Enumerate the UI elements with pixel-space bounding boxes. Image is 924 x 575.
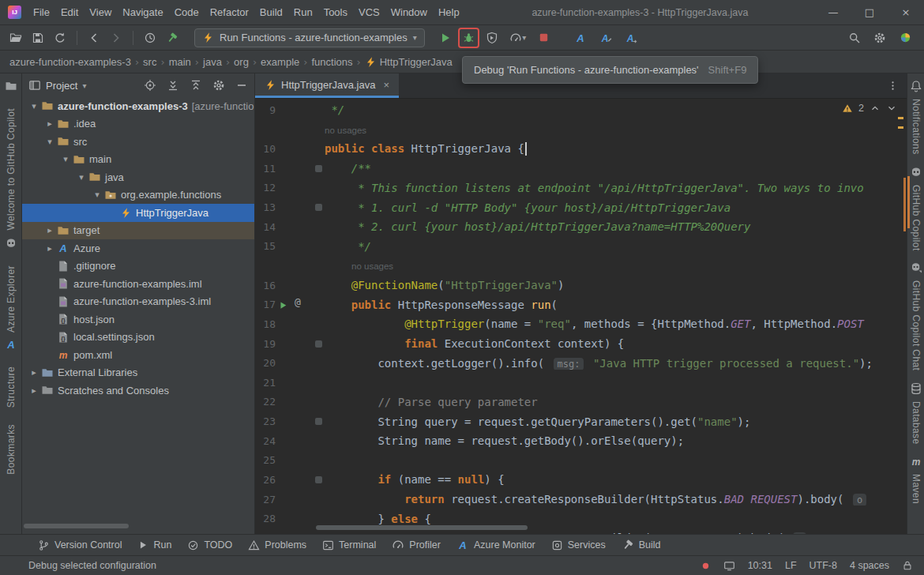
code-line[interactable]: 20 context.getLogger().info( msg: "Java … xyxy=(255,353,907,373)
code-line[interactable]: 21 xyxy=(255,373,907,393)
line-number[interactable]: 13 xyxy=(255,201,276,213)
breadcrumb-azure-function-examples-3[interactable]: azure-function-examples-3 xyxy=(9,56,131,68)
line-number[interactable]: 25 xyxy=(255,454,276,466)
menu-tools[interactable]: Tools xyxy=(318,0,353,25)
line-number[interactable]: 18 xyxy=(255,318,276,330)
code-line[interactable]: 12 * This function listens at endpoint "… xyxy=(255,179,907,198)
menu-refactor[interactable]: Refactor xyxy=(205,0,254,25)
fold-marker-icon[interactable] xyxy=(315,204,322,211)
chevron-right-icon[interactable]: ▸ xyxy=(43,118,57,129)
open-button[interactable] xyxy=(6,28,25,47)
menu-code[interactable]: Code xyxy=(169,0,205,25)
close-tab-icon[interactable]: × xyxy=(383,79,389,91)
next-problem-button[interactable] xyxy=(886,103,897,114)
gutter[interactable] xyxy=(276,236,325,256)
chevron-down-icon[interactable]: ▾ xyxy=(43,137,57,147)
stripe-item-azure-explorer[interactable]: Azure ExplorerA xyxy=(5,265,17,351)
menu-build[interactable]: Build xyxy=(254,0,288,25)
line-number[interactable]: 22 xyxy=(255,396,276,408)
line-number[interactable]: 16 xyxy=(255,280,276,291)
chevron-down-icon[interactable]: ▾ xyxy=(82,81,86,90)
tree-item-org-example-functions[interactable]: ▾org.example.functions xyxy=(22,186,254,205)
gutter[interactable] xyxy=(276,314,325,334)
chevron-down-icon[interactable]: ▾ xyxy=(74,172,88,182)
menu-help[interactable]: Help xyxy=(433,0,465,25)
chevron-down-icon[interactable]: ▾ xyxy=(90,190,104,200)
line-number[interactable]: 9 xyxy=(255,104,276,116)
caret-position[interactable]: 10:31 xyxy=(748,560,772,571)
line-number[interactable]: 15 xyxy=(255,240,276,252)
gutter[interactable] xyxy=(276,100,325,120)
fold-marker-icon[interactable] xyxy=(315,340,322,348)
tree-item-external-libraries[interactable]: ▸External Libraries xyxy=(22,364,254,382)
chevron-down-icon[interactable]: ▾ xyxy=(58,154,73,164)
line-number[interactable]: 12 xyxy=(255,182,276,194)
code-line[interactable]: 27 return request.createResponseBuilder(… xyxy=(255,490,907,509)
line-ending[interactable]: LF xyxy=(785,560,797,571)
tree-item-azure-function-examples-3-iml[interactable]: azure-function-examples-3.iml xyxy=(22,293,254,311)
breadcrumb-src[interactable]: src xyxy=(143,56,156,68)
profiler-button[interactable]: ▾ xyxy=(505,28,531,47)
debug-button[interactable] xyxy=(460,30,476,46)
inspections-widget[interactable]: 2 xyxy=(842,103,897,114)
warning-stripe-mark[interactable] xyxy=(898,117,903,119)
tree-item-pom-xml[interactable]: mpom.xml xyxy=(22,346,254,364)
screen-icon[interactable] xyxy=(723,560,735,572)
code-line[interactable]: 23 String query = request.getQueryParame… xyxy=(255,412,907,431)
tree-item-scratches-and-consoles[interactable]: ▸Scratches and Consoles xyxy=(22,381,254,400)
code-line[interactable]: 22 // Parse query parameter xyxy=(255,393,907,412)
code-line[interactable]: 13 * 1. curl -d "HTTP Body" {your host}/… xyxy=(255,197,907,217)
menu-run[interactable]: Run xyxy=(288,0,318,25)
chevron-right-icon[interactable]: ▸ xyxy=(43,243,57,254)
code-line[interactable]: 16 @FunctionName("HttpTriggerJava") xyxy=(255,276,907,295)
gutter[interactable]: @ xyxy=(276,295,325,314)
select-opened-file-button[interactable] xyxy=(144,79,156,92)
stripe-item-notifications[interactable]: Notifications xyxy=(910,80,922,155)
tree-item-azure[interactable]: ▸AAzure xyxy=(22,239,254,257)
stripe-item-bookmarks[interactable]: Bookmarks xyxy=(6,424,17,475)
run-configuration-select[interactable]: Run Functions - azure-function-examples … xyxy=(194,28,425,47)
stripe-item-database[interactable]: Database xyxy=(910,382,922,445)
hide-panel-button[interactable] xyxy=(235,79,248,92)
gutter[interactable] xyxy=(276,373,325,393)
gutter[interactable] xyxy=(276,197,325,217)
code-line[interactable]: 18 @HttpTrigger(name = "req", methods = … xyxy=(255,314,907,334)
chevron-down-icon[interactable]: ▾ xyxy=(27,101,41,111)
gutter[interactable] xyxy=(276,353,325,373)
close-button[interactable]: × xyxy=(888,0,924,25)
tree-item-src[interactable]: ▾src xyxy=(22,133,254,151)
line-number[interactable]: 10 xyxy=(255,143,276,155)
breadcrumb-functions[interactable]: functions xyxy=(311,56,352,68)
horizontal-scrollbar[interactable] xyxy=(24,524,129,528)
stripe-item-welcome-to-github-copilot[interactable]: Welcome to GitHub Copilot xyxy=(5,108,17,250)
line-number[interactable]: 21 xyxy=(255,377,276,389)
project-title[interactable]: Project xyxy=(46,80,77,92)
chevron-right-icon[interactable]: ▸ xyxy=(27,367,41,378)
toolwindow-todo[interactable]: TODO xyxy=(179,535,240,555)
save-button[interactable] xyxy=(28,28,47,47)
gutter[interactable] xyxy=(276,276,325,295)
code-line[interactable]: 25 xyxy=(255,451,907,471)
line-number[interactable]: 26 xyxy=(255,474,276,486)
gutter[interactable] xyxy=(276,431,325,451)
code-line[interactable]: 10public class HttpTriggerJava { xyxy=(255,139,907,159)
sync-button[interactable] xyxy=(51,28,69,47)
settings-button[interactable] xyxy=(870,28,889,47)
breadcrumb-example[interactable]: example xyxy=(261,56,299,68)
menu-edit[interactable]: Edit xyxy=(55,0,84,25)
code-line[interactable]: 26 if (name == null) { xyxy=(255,470,907,490)
tab-options-button[interactable] xyxy=(879,80,907,92)
tree-item-azure-function-examples-3[interactable]: ▾azure-function-examples-3[azure-functio xyxy=(22,97,254,115)
line-number[interactable]: 20 xyxy=(255,357,276,369)
menu-navigate[interactable]: Navigate xyxy=(117,0,168,25)
toolwindow-terminal[interactable]: Terminal xyxy=(314,535,384,555)
gutter[interactable] xyxy=(276,159,325,179)
toolwindow-azure-monitor[interactable]: AAzure Monitor xyxy=(449,535,543,555)
azure-tool-button-3[interactable]: A xyxy=(622,28,640,47)
tree-item-host-json[interactable]: {}host.json xyxy=(22,310,254,329)
code-line[interactable]: 14 * 2. curl {your host}/api/HttpTrigger… xyxy=(255,217,907,237)
toolwindow-services[interactable]: Services xyxy=(543,535,614,555)
tree-item-java[interactable]: ▾java xyxy=(22,168,254,186)
toolwindow-build[interactable]: Build xyxy=(614,535,669,555)
chevron-right-icon[interactable]: ▸ xyxy=(43,225,57,235)
